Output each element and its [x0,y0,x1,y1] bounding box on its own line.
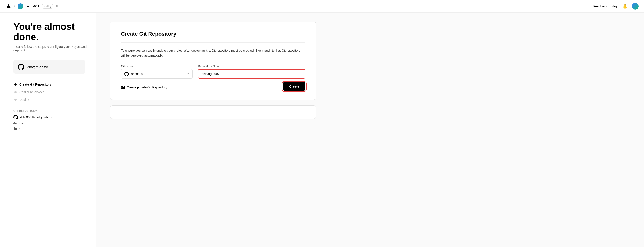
git-branch-name: main [19,121,25,125]
step-dot-1 [14,83,16,86]
help-button[interactable]: Help [612,5,618,8]
project-avatar [18,3,23,9]
scope-chevron-icon: ∨ [187,72,189,75]
project-chevron-icon[interactable]: ⇅ [56,5,58,8]
checkbox-row: Create private Git Repository [121,86,168,89]
step-label-2: Configure Project [19,90,44,94]
user-avatar[interactable] [632,3,638,10]
page-subtitle: Please follow the steps to configure you… [14,45,87,52]
git-scope-select[interactable]: nezha001 ∨ [121,69,192,79]
git-dir-row: / [14,127,87,130]
card-title: Create Git Repository [121,31,306,37]
repo-card-name: chatgpt-demo [28,65,48,69]
notification-bell-icon[interactable]: 🔔 [622,4,628,9]
svg-marker-0 [6,4,10,8]
create-git-card: Create Git Repository To ensure you can … [110,22,316,100]
step-dot-3 [14,99,16,101]
feedback-button[interactable]: Feedback [593,5,607,8]
form-actions-row: Create private Git Repository Create [121,84,306,91]
create-button[interactable]: Create [283,82,306,91]
git-directory: / [19,127,20,130]
git-scope-label: Git Scope [121,65,192,68]
top-navigation: / nezha001 Hobby ⇅ Feedback Help 🔔 [0,0,644,13]
page-title: You're almost done. [14,22,87,42]
plan-badge: Hobby [42,4,54,9]
branch-icon [14,121,17,125]
step-dot-2 [14,91,16,93]
repo-name-label: Repository Name [198,65,306,68]
step-label-1: Create Git Repository [19,83,52,86]
repo-name-group: Repository Name [198,65,306,79]
card-description: To ensure you can easily update your pro… [121,48,300,58]
vercel-logo[interactable] [6,3,12,10]
repo-name-input[interactable] [198,69,306,79]
create-btn-wrapper: Create [283,82,306,91]
git-repo-name: ddiu8081/chatgpt-demo [20,115,53,119]
github-repo-icon [14,115,18,119]
folder-icon [14,127,17,130]
breadcrumb-slash: / [14,4,15,9]
git-repo-row: ddiu8081/chatgpt-demo [14,115,87,119]
step-item: Configure Project [14,90,87,94]
main-content: You're almost done. Please follow the st… [0,13,644,247]
sidebar: You're almost done. Please follow the st… [0,13,96,247]
git-scope-value: nezha001 [131,72,185,76]
project-name[interactable]: nezha001 [26,5,40,8]
git-scope-group: Git Scope nezha001 ∨ [121,65,192,79]
git-section-label: GIT REPOSITORY [14,110,87,112]
step-label-3: Deploy [19,98,29,102]
steps-list: Create Git Repository Configure Project … [14,83,87,102]
form-row: Git Scope nezha001 ∨ Repository Name [121,65,306,79]
private-repo-label: Create private Git Repository [127,86,168,89]
step-item: Deploy [14,98,87,102]
scope-github-icon [124,72,129,76]
nav-right: Feedback Help 🔔 [593,3,638,10]
repo-card: chatgpt-demo [14,60,85,74]
nav-left: / nezha001 Hobby ⇅ [6,3,58,10]
collapsed-card [110,105,316,119]
private-repo-checkbox[interactable] [121,86,124,89]
git-branch-row: main [14,121,87,125]
right-panel: Create Git Repository To ensure you can … [96,13,644,247]
github-icon [18,64,24,70]
step-item: Create Git Repository [14,83,87,86]
